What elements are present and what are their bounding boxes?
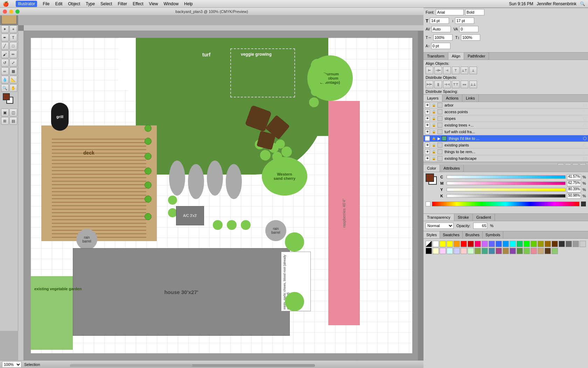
dist-top-btn[interactable]: ⊤⊤ [452,81,460,88]
rect-tool[interactable]: □ [9,42,17,50]
layer-access[interactable]: 👁 🔒 access points [424,109,588,115]
view-btn[interactable]: ⊞ [1,117,9,125]
scale-tool[interactable]: ⤢ [9,59,17,67]
text-tool[interactable]: T [9,34,17,41]
layer-hardscape[interactable]: 👁 🔒 existing hardscape [424,155,588,162]
layer-lock-turf[interactable]: 🔒 [431,129,436,134]
y-track[interactable] [447,188,566,191]
pen-tool[interactable]: ✒ [1,34,9,41]
opacity-input[interactable] [473,223,487,229]
c-value[interactable]: 41.57% [567,174,581,180]
swatch-green[interactable] [524,241,530,247]
tab-pathfinder[interactable]: Pathfinder [464,53,489,60]
layer-eye-arbor[interactable]: 👁 [425,103,430,108]
tab-brushes[interactable]: Brushes [463,231,483,238]
swatch-violet[interactable] [489,241,495,247]
swatch-tan[interactable] [538,248,544,254]
swatch-medgreen[interactable] [552,248,558,254]
lasso-tool[interactable]: ⌖ [9,25,17,33]
swatch-lightgreen[interactable] [524,248,530,254]
swatch-c6[interactable] [468,248,474,254]
swatch-c9[interactable] [489,248,495,254]
swatch-none[interactable] [426,241,432,247]
layer-lock-things[interactable]: 🔒 [431,136,436,141]
m-value[interactable]: 62.75% [567,180,581,186]
dist-left-btn[interactable]: ⊢⊢ [426,81,433,88]
layer-lock-arbor[interactable]: 🔒 [431,103,436,108]
tab-styles[interactable]: Styles [424,231,440,238]
magic-wand-tool[interactable]: ✦ [1,25,9,33]
spectrum-bar[interactable] [432,202,580,206]
layer-lock-remove[interactable]: 🔒 [431,149,436,154]
layer-remove[interactable]: 👁 🔒 things to be rem... [424,149,588,155]
layer-lock-trees[interactable]: 🔒 [431,123,436,128]
none-swatch[interactable] [426,202,430,206]
swatch-red[interactable] [461,241,467,247]
layer-arbor[interactable]: 👁 🔒 arbor [424,102,588,109]
layer-lock-hardscape[interactable]: 🔒 [431,156,436,161]
tab-transform[interactable]: Transform [424,53,448,60]
hand-tool[interactable]: ✋ [9,84,17,92]
swatch-darkbrown[interactable] [552,241,558,247]
layer-turf[interactable]: 👁 🔒 turf with cold fra... [424,129,588,135]
layer-eye-remove[interactable]: 👁 [425,149,430,154]
line-tool[interactable]: ╱ [1,42,9,50]
swatch-y2[interactable] [447,241,453,247]
apple-menu[interactable]: 🍎 [3,1,9,7]
leading-input[interactable] [455,18,474,24]
color-fg-swatch[interactable] [3,93,10,100]
layer-eye-trees[interactable]: 👁 [425,123,430,128]
minimize-button[interactable] [9,9,13,14]
scale-h-input[interactable] [433,34,453,41]
black-swatch[interactable] [581,202,586,206]
swatch-c11[interactable] [503,248,509,254]
dist-ch-btn[interactable]: || [434,81,442,88]
layer-existing-plants[interactable]: 👁 🔒 existing plants [424,142,588,149]
tab-align[interactable]: Align [448,53,464,60]
align-center-h-btn[interactable]: ⊣⊢ [434,67,442,74]
layer-existing-trees[interactable]: 👁 🔒 existing trees +... [424,122,588,129]
menu-filter[interactable]: Filter [118,1,127,6]
measure-tool[interactable]: 📐 [9,76,17,83]
swatch-magenta[interactable] [475,241,481,247]
swatch-darkgray[interactable] [559,241,565,247]
swatch-gray[interactable] [566,241,572,247]
y-value[interactable]: 80.39% [567,187,581,192]
menu-illustrator[interactable]: Illustrator [16,1,37,7]
menu-select[interactable]: Select [100,1,112,6]
menu-effect[interactable]: Effect [133,1,143,6]
c-track[interactable] [447,175,566,179]
tab-stroke[interactable]: Stroke [454,214,473,221]
swatch-teal[interactable] [517,241,523,247]
font-style-input[interactable] [465,9,484,15]
art-btn[interactable]: ▤ [9,117,17,125]
swatch-darktan[interactable] [545,248,551,254]
zoom-tool[interactable]: 🔍 [1,84,9,92]
align-left-btn[interactable]: ⊢ [426,67,433,74]
blend-mode-select[interactable]: Normal [426,223,454,229]
swatch-purple[interactable] [482,241,488,247]
tab-links[interactable]: Links [462,95,479,102]
swatch-brown[interactable] [545,241,551,247]
layer-eye-slopes[interactable]: 👁 [425,116,430,121]
menu-view[interactable]: View [149,1,158,6]
swatch-darkred[interactable] [468,241,474,247]
tab-actions[interactable]: Actions [442,95,462,102]
close-button[interactable] [3,9,7,14]
brush-tool[interactable]: 🖌 [1,50,9,58]
swatch-black[interactable] [426,248,432,254]
tab-attributes[interactable]: Attributes [440,165,463,172]
swatch-c3[interactable] [447,248,453,254]
k-value[interactable]: 50.98% [567,193,581,199]
menu-help[interactable]: Help [184,1,193,6]
fg-swatch[interactable] [426,173,434,182]
screen-mode-btn[interactable]: ▣ [1,109,9,116]
menu-file[interactable]: File [43,1,49,6]
swatch-orange[interactable] [454,241,460,247]
k-track[interactable] [447,194,566,198]
swatch-white[interactable] [433,241,439,247]
swatch-plantgreen[interactable] [517,248,523,254]
swatch-blue[interactable] [496,241,502,247]
tab-gradient[interactable]: Gradient [473,214,495,221]
layer-eye-turf[interactable]: 👁 [425,129,430,134]
